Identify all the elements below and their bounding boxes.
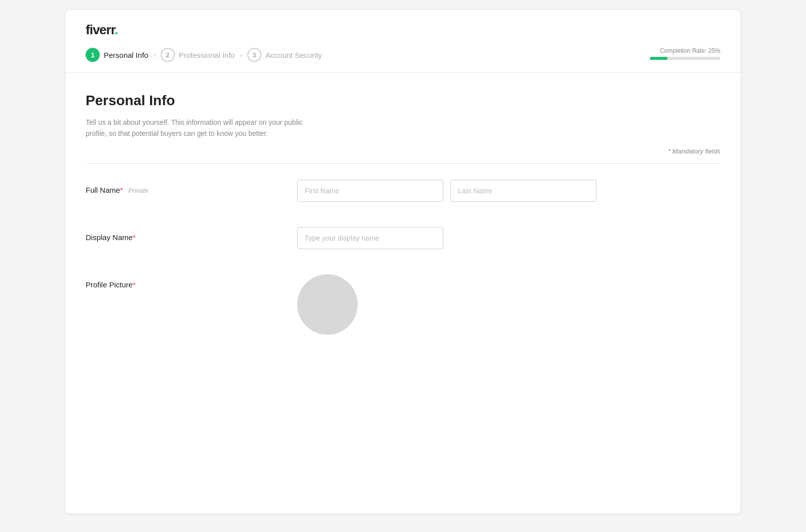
page-description: Tell us a bit about yourself. This infor… bbox=[86, 117, 307, 139]
last-name-input[interactable] bbox=[450, 180, 596, 202]
arrow-2: › bbox=[240, 51, 242, 59]
arrow-1: › bbox=[153, 51, 155, 59]
full-name-row: Full Name* Private bbox=[86, 180, 720, 202]
full-name-private-tag: Private bbox=[128, 187, 148, 194]
profile-picture-upload[interactable] bbox=[297, 274, 358, 335]
profile-picture-row: Profile Picture* bbox=[86, 274, 720, 335]
display-name-required: * bbox=[132, 233, 136, 242]
profile-picture-label-col: Profile Picture* bbox=[86, 274, 297, 289]
full-name-label-col: Full Name* Private bbox=[86, 180, 297, 195]
progress-bar-fill bbox=[650, 57, 667, 60]
progress-bar-container bbox=[650, 57, 720, 60]
header: fiverr. 1 Personal Info › 2 Prof bbox=[65, 10, 741, 72]
step-1-circle: 1 bbox=[86, 48, 100, 62]
full-name-required: * bbox=[120, 186, 123, 194]
first-name-input[interactable] bbox=[297, 180, 443, 202]
full-name-inputs bbox=[297, 180, 720, 202]
mandatory-row: * Mandatory fields bbox=[86, 147, 720, 155]
step-2-label: Professional Info bbox=[179, 51, 235, 59]
profile-picture-inputs bbox=[297, 274, 720, 335]
page-title: Personal Info bbox=[86, 93, 720, 109]
section-divider bbox=[86, 163, 720, 164]
profile-picture-label: Profile Picture* bbox=[86, 280, 136, 289]
display-name-label-col: Display Name* bbox=[86, 227, 297, 242]
step-3[interactable]: 3 Account Security bbox=[247, 48, 322, 62]
display-name-label: Display Name* bbox=[86, 233, 136, 242]
display-name-inputs bbox=[297, 227, 720, 249]
step-1[interactable]: 1 Personal Info bbox=[86, 48, 148, 62]
step-3-label: Account Security bbox=[265, 51, 322, 59]
profile-picture-required: * bbox=[132, 280, 136, 289]
logo[interactable]: fiverr. bbox=[86, 22, 118, 38]
step-2[interactable]: 2 Professional Info bbox=[161, 48, 235, 62]
main-content: Personal Info Tell us a bit about yourse… bbox=[65, 72, 741, 380]
full-name-label: Full Name* Private bbox=[86, 186, 149, 194]
step-2-circle: 2 bbox=[161, 48, 175, 62]
completion-label: Completion Rate: 25% bbox=[650, 47, 720, 54]
stepper: 1 Personal Info › 2 Professional Info › bbox=[86, 48, 322, 72]
display-name-row: Display Name* bbox=[86, 227, 720, 249]
mandatory-text: * Mandatory fields bbox=[668, 147, 720, 155]
logo-dot: . bbox=[115, 22, 118, 37]
completion-rate: Completion Rate: 25% bbox=[650, 47, 720, 72]
page-wrapper: fiverr. 1 Personal Info › 2 Prof bbox=[65, 10, 741, 513]
step-1-label: Personal Info bbox=[104, 51, 148, 59]
display-name-input[interactable] bbox=[297, 227, 443, 249]
step-3-circle: 3 bbox=[247, 48, 261, 62]
logo-text: fiverr bbox=[86, 22, 115, 37]
